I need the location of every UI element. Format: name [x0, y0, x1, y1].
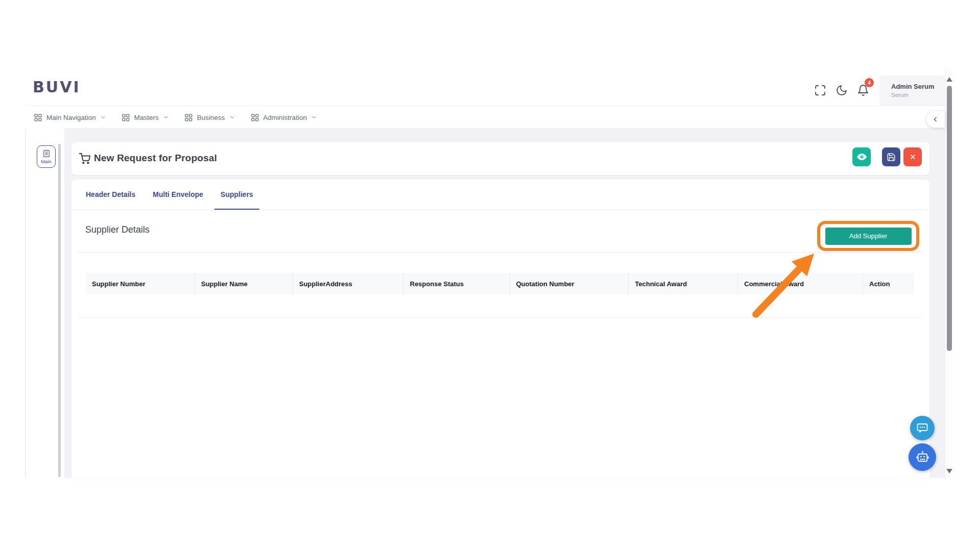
page-title: New Request for Proposal	[94, 153, 217, 164]
document-icon	[42, 149, 51, 158]
tab-suppliers[interactable]: Suppliers	[214, 180, 259, 210]
grid-icon	[184, 113, 193, 122]
tab-multi-envelope[interactable]: Multi Envelope	[146, 180, 209, 210]
suppliers-table-header: Supplier Number Supplier Name SupplierAd…	[86, 273, 914, 294]
cart-icon	[79, 153, 90, 166]
chevron-down-icon	[163, 114, 169, 120]
user-role: Serum	[891, 92, 945, 98]
dark-mode-moon-icon[interactable]	[836, 84, 848, 96]
nav-item-label: Business	[197, 114, 225, 121]
chevron-down-icon	[229, 114, 235, 120]
collapse-panel-button[interactable]	[926, 111, 945, 128]
left-sidebar: Main	[26, 128, 64, 478]
sidebar-scrollbar[interactable]	[58, 144, 61, 477]
section-divider	[78, 252, 923, 253]
tabs-bar: Header Details Multi Envelope Suppliers	[71, 180, 929, 210]
scrollbar-thumb[interactable]	[947, 86, 952, 351]
tab-header-details[interactable]: Header Details	[80, 180, 141, 210]
column-header-technical-award: Technical Award	[629, 273, 738, 294]
sidebar-item-label: Main	[41, 159, 52, 164]
user-name: Admin Serum	[891, 83, 945, 90]
column-header-commercial-award: Commercial Award	[738, 273, 863, 294]
sidebar-item-main[interactable]: Main	[37, 145, 56, 168]
page-scrollbar	[945, 69, 953, 478]
annotation-highlight-box: Add Supplier	[817, 221, 919, 251]
chat-widget-button[interactable]	[910, 416, 935, 440]
column-header-action: Action	[863, 273, 914, 294]
main-card: Header Details Multi Envelope Suppliers …	[71, 180, 929, 478]
chevron-left-icon	[932, 116, 939, 123]
page-title-card: New Request for Proposal	[71, 142, 929, 175]
nav-item-label: Main Navigation	[46, 114, 96, 121]
content-area: Main New Request for Proposal	[25, 128, 945, 478]
top-nav-bar: Main Navigation Masters Business	[25, 107, 945, 128]
app-window: BUVI 4 Admin Serum Serum	[25, 69, 953, 478]
grid-icon	[251, 113, 259, 122]
user-menu[interactable]: Admin Serum Serum	[879, 76, 945, 106]
scroll-down-icon[interactable]	[946, 469, 952, 473]
fullscreen-icon[interactable]	[814, 84, 826, 96]
table-bottom-divider	[78, 317, 923, 318]
grid-icon	[34, 113, 42, 122]
nav-item-main-navigation[interactable]: Main Navigation	[34, 113, 106, 122]
close-icon	[909, 153, 917, 161]
column-header-supplier-name: Supplier Name	[195, 273, 293, 294]
scroll-up-icon[interactable]	[946, 77, 952, 82]
column-header-quotation-number: Quotation Number	[510, 273, 629, 294]
eye-icon	[856, 152, 867, 162]
nav-item-masters[interactable]: Masters	[121, 113, 169, 122]
app-header: BUVI 4 Admin Serum Serum	[25, 69, 945, 106]
preview-button[interactable]	[852, 147, 871, 166]
nav-item-label: Masters	[134, 114, 159, 121]
column-header-supplier-number: Supplier Number	[86, 273, 195, 294]
save-icon	[887, 153, 896, 162]
nav-item-label: Administration	[263, 114, 307, 121]
nav-item-administration[interactable]: Administration	[251, 113, 317, 122]
grid-icon	[121, 113, 130, 122]
column-header-supplier-address: SupplierAddress	[293, 273, 404, 294]
section-title: Supplier Details	[85, 224, 150, 235]
column-header-response-status: Response Status	[404, 273, 510, 294]
close-button[interactable]	[903, 147, 922, 166]
screenshot-canvas: BUVI 4 Admin Serum Serum	[0, 0, 980, 551]
app-logo: BUVI	[33, 78, 81, 96]
nav-item-business[interactable]: Business	[184, 113, 235, 122]
chevron-down-icon	[100, 114, 106, 120]
save-button[interactable]	[882, 147, 900, 166]
chat-icon	[916, 422, 928, 434]
chevron-down-icon	[311, 114, 317, 120]
notification-count-badge: 4	[865, 78, 874, 87]
add-supplier-button[interactable]: Add Supplier	[825, 228, 912, 245]
chatbot-button[interactable]	[909, 443, 936, 471]
bot-icon	[916, 450, 929, 464]
